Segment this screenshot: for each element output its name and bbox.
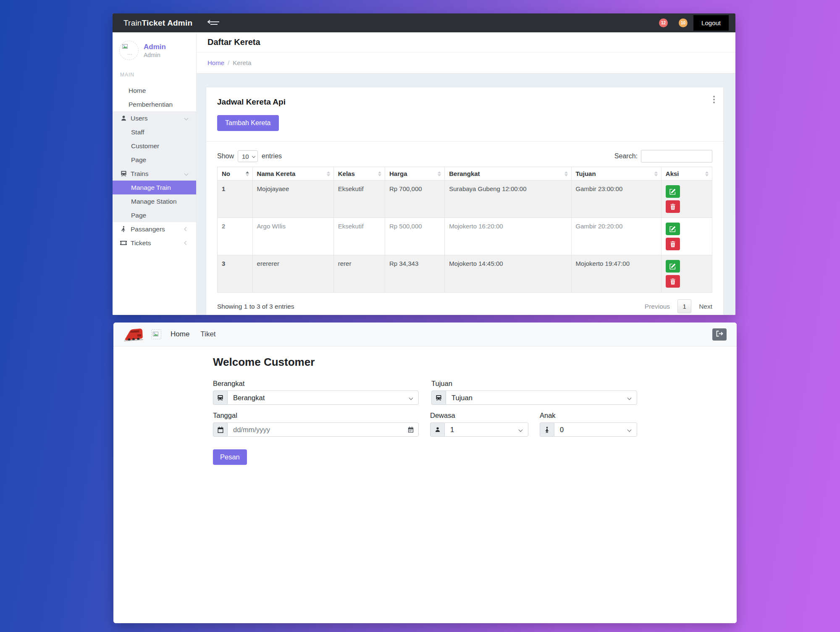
user-icon xyxy=(119,115,128,121)
chevron-down-icon xyxy=(627,396,632,400)
edit-button[interactable] xyxy=(666,260,680,273)
add-train-button[interactable]: Tambah Kereta xyxy=(217,115,279,131)
datepicker-icon[interactable] xyxy=(408,427,414,433)
field-berangkat: Berangkat Berangkat xyxy=(213,380,419,405)
pagination-next[interactable]: Next xyxy=(699,303,712,310)
sidebar-item-manage-train[interactable]: Manage Train xyxy=(113,181,196,194)
edit-button[interactable] xyxy=(666,185,680,198)
trains-table: No Nama Kereta Kelas Harga Berangkat Tuj… xyxy=(217,167,712,293)
chevron-down-icon xyxy=(184,116,189,121)
pesan-submit-button[interactable]: Pesan xyxy=(213,449,247,465)
admin-sidebar: ... Admin Admin MAIN Home Pemberhentian … xyxy=(113,32,197,315)
brand-logo[interactable]: TrainTicket Admin xyxy=(123,18,192,28)
breadcrumb: Home / Kereta xyxy=(197,52,735,73)
sidebar-item-trains-page[interactable]: Page xyxy=(113,208,196,222)
col-header-no[interactable]: No xyxy=(218,167,253,181)
admin-body: ... Admin Admin MAIN Home Pemberhentian … xyxy=(113,32,735,315)
delete-button[interactable] xyxy=(666,275,680,288)
delete-button[interactable] xyxy=(666,200,680,213)
sidebar-item-trains[interactable]: Trains xyxy=(113,167,196,181)
col-header-aksi[interactable]: Aksi xyxy=(661,167,712,181)
card-divider xyxy=(206,141,723,142)
field-dewasa: Dewasa 1 xyxy=(430,412,528,437)
table-footer: Showing 1 to 3 of 3 entries Previous 1 N… xyxy=(217,299,712,313)
navbar-right: 12 10 Logout xyxy=(659,15,729,31)
row-actions xyxy=(666,185,708,213)
message-badge[interactable]: 10 xyxy=(679,18,688,27)
cell-kelas: Eksekutif xyxy=(333,218,385,255)
table-row: 3 erererer rerer Rp 34,343 Mojokerto 14:… xyxy=(218,255,712,293)
row-actions xyxy=(666,223,708,250)
admin-window: TrainTicket Admin 12 10 Logout ... xyxy=(113,13,735,315)
anak-select[interactable]: 0 xyxy=(554,422,637,437)
profile-name: Admin xyxy=(144,42,166,51)
sidebar-item-home[interactable]: Home xyxy=(113,84,196,97)
sidebar-toggle-icon[interactable] xyxy=(207,20,221,26)
tujuan-select[interactable]: Tujuan xyxy=(446,391,637,405)
search-input[interactable] xyxy=(641,150,712,163)
nav-link-tiket[interactable]: Tiket xyxy=(200,330,215,338)
ticket-icon xyxy=(119,240,128,246)
nav-link-home[interactable]: Home xyxy=(171,330,189,338)
edit-button[interactable] xyxy=(666,223,680,235)
customer-body: Welcome Customer Berangkat Berangkat xyxy=(113,346,737,623)
sidebar-item-tickets[interactable]: Tickets xyxy=(113,236,196,250)
pagination-page-1[interactable]: 1 xyxy=(677,299,691,313)
berangkat-selected-value: Berangkat xyxy=(233,394,265,402)
card-menu-kebab-icon[interactable] xyxy=(711,94,717,105)
date-placeholder: dd/mm/yyyy xyxy=(233,426,270,434)
breadcrumb-home-link[interactable]: Home xyxy=(207,59,224,66)
col-header-kelas[interactable]: Kelas xyxy=(333,167,385,181)
page-titlebar: Daftar Kereta xyxy=(197,32,735,52)
table-header-row: No Nama Kereta Kelas Harga Berangkat Tuj… xyxy=(218,167,712,181)
welcome-heading: Welcome Customer xyxy=(213,356,637,369)
notification-badge[interactable]: 12 xyxy=(659,18,668,27)
sidebar-item-customer[interactable]: Customer xyxy=(113,139,196,153)
search-control: Search: xyxy=(614,150,712,163)
field-tujuan: Tujuan Tujuan xyxy=(431,380,637,405)
sidebar-item-manage-station[interactable]: Manage Station xyxy=(113,194,196,208)
sort-icon xyxy=(246,171,249,176)
signout-button[interactable] xyxy=(712,328,727,341)
pedestrian-icon xyxy=(119,226,128,232)
cell-berangkat: Mojokerto 16:20:00 xyxy=(445,218,571,255)
broken-image-icon xyxy=(122,44,128,50)
card-title: Jadwal Kereta Api xyxy=(217,97,712,107)
sidebar-item-passangers[interactable]: Passangers xyxy=(113,222,196,236)
entries-summary: Showing 1 to 3 of 3 entries xyxy=(217,303,294,310)
tanggal-date-input[interactable]: dd/mm/yyyy xyxy=(227,422,419,437)
dewasa-select[interactable]: 1 xyxy=(444,422,528,437)
table-row: 1 Mojojayaee Eksekutif Rp 700,000 Suraba… xyxy=(218,181,712,218)
page-length-value: 10 xyxy=(242,153,249,160)
sidebar-item-staff[interactable]: Staff xyxy=(113,125,196,139)
person-icon xyxy=(430,422,444,437)
page-length-select[interactable]: 10 xyxy=(238,150,258,162)
cell-harga: Rp 500,000 xyxy=(385,218,445,255)
chevron-down-icon xyxy=(184,172,189,176)
delete-button[interactable] xyxy=(666,238,680,250)
sidebar-item-users-page[interactable]: Page xyxy=(113,153,196,167)
col-header-harga[interactable]: Harga xyxy=(385,167,445,181)
dewasa-label: Dewasa xyxy=(430,412,528,420)
table-controls: Show 10 entries Search: xyxy=(217,150,712,163)
cell-tujuan: Gambir 23:00:00 xyxy=(571,181,661,218)
sidebar-item-pemberhentian[interactable]: Pemberhentian xyxy=(113,97,196,111)
sort-icon xyxy=(564,171,568,176)
avatar: ... xyxy=(119,41,139,60)
breadcrumb-current: Kereta xyxy=(233,59,251,66)
col-header-nama-kereta[interactable]: Nama Kereta xyxy=(252,167,333,181)
dewasa-selected-value: 1 xyxy=(450,426,454,434)
table-row: 2 Argo WIlis Eksekutif Rp 500,000 Mojoke… xyxy=(218,218,712,255)
col-header-berangkat[interactable]: Berangkat xyxy=(445,167,571,181)
cell-no: 1 xyxy=(218,181,253,218)
sidebar-profile: ... Admin Admin xyxy=(113,32,196,66)
pagination-previous[interactable]: Previous xyxy=(645,303,670,310)
cell-kelas: rerer xyxy=(333,255,385,293)
train-logo[interactable] xyxy=(123,327,144,342)
cell-berangkat: Surabaya Gubeng 12:00:00 xyxy=(445,181,571,218)
berangkat-select[interactable]: Berangkat xyxy=(227,391,419,405)
cell-harga: Rp 700,000 xyxy=(385,181,445,218)
sidebar-item-users[interactable]: Users xyxy=(113,111,196,125)
col-header-tujuan[interactable]: Tujuan xyxy=(571,167,661,181)
logout-button[interactable]: Logout xyxy=(693,15,729,31)
